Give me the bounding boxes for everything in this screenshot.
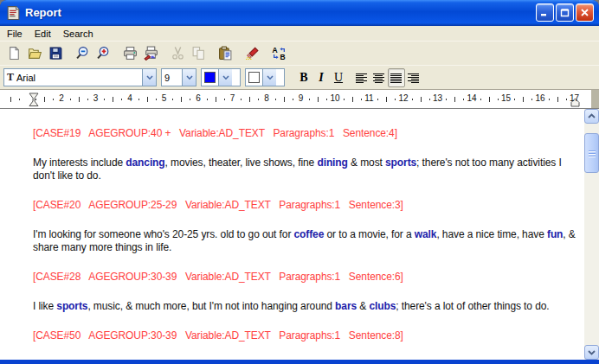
open-file-button[interactable] [24,43,45,64]
maximize-button[interactable] [556,3,574,22]
zoom-in-button[interactable] [93,43,113,64]
truetype-icon: T [4,71,14,84]
menu-item-file[interactable]: File [1,28,29,40]
font-color-combo[interactable] [201,68,241,86]
ruler-number: 11 [364,93,373,103]
indent-marker[interactable] [29,93,39,108]
ruler-tick [241,99,242,100]
font-family-combo[interactable]: T Arial [3,68,157,86]
ruler-tick [514,99,515,100]
ruler-number: 17 [570,93,579,103]
scroll-down-button[interactable] [584,345,599,360]
underline-button[interactable]: U [330,68,347,87]
open-file-icon [28,46,42,61]
align-justify-button[interactable] [388,68,405,87]
ruler-tick [113,97,113,102]
font-color-swatch [204,72,216,83]
svg-text:A: A [272,46,277,54]
ruler-tick [446,99,447,100]
title-bar[interactable]: Report [0,0,599,26]
align-right-icon [408,73,420,83]
ruler-tick [293,99,293,100]
highlight-icon [245,46,260,61]
ruler-tick [224,99,225,100]
document-area[interactable]: [CASE#19 AGEGROUP:40 + Variable:AD_TEXT … [0,109,584,360]
zoom-out-button[interactable] [72,43,93,64]
ruler-number: 4 [127,93,132,103]
ruler-tick [172,99,173,100]
font-family-dropdown-button[interactable] [142,69,156,86]
ruler-tick [326,99,327,100]
menu-bar: FileEditSearch [0,26,599,41]
background-color-swatch [248,72,260,83]
scrollbar-thumb[interactable] [584,133,599,173]
save-button[interactable] [45,43,66,64]
background-color-dropdown-button[interactable] [262,69,276,86]
print-report-button[interactable] [140,43,161,64]
ruler-number: 6 [196,93,201,103]
print-button[interactable] [119,43,140,64]
minimize-button[interactable] [536,3,554,22]
case-header: [CASE#20 AGEGROUP:25-29 Variable:AD_TEXT… [33,199,577,212]
ruler-number: 13 [433,93,442,103]
ruler-tick [498,99,499,100]
svg-text:B: B [280,53,285,61]
ruler-number: 3 [93,93,99,103]
ruler-tick [454,97,455,102]
zoom-out-icon [75,46,90,61]
ruler-tick [104,99,105,100]
zoom-in-icon [96,46,111,61]
paste-icon [218,46,233,61]
close-button[interactable] [576,3,594,22]
window-title: Report [25,6,536,19]
paste-button[interactable] [215,43,235,64]
ruler-number: 12 [398,93,408,103]
replace-icon: AB [272,46,287,61]
body-text: , have a nice time, have [436,228,547,240]
report-window: Report FileEditSearch AB T Arial 9 [0,0,599,364]
align-left-button[interactable] [353,68,370,87]
ruler-tick [489,97,490,102]
ruler-tick [138,99,139,100]
chevron-down-icon [588,349,596,355]
font-size-combo[interactable]: 9 [161,68,196,86]
menu-item-search[interactable]: Search [57,28,100,40]
body-text: & [357,300,369,312]
ruler-tick [463,99,464,100]
ruler-tick [53,99,54,100]
chevron-down-icon [186,75,193,80]
new-document-button[interactable] [3,43,24,64]
main-toolbar: AB [0,41,599,65]
font-color-dropdown-button[interactable] [218,69,232,86]
ruler-tick [318,97,319,102]
font-size-dropdown-button[interactable] [182,69,196,86]
scroll-up-button[interactable] [584,109,599,124]
ruler-number: 15 [501,93,511,103]
vertical-scrollbar[interactable] [584,109,599,360]
menu-item-edit[interactable]: Edit [29,28,57,40]
replace-button[interactable]: AB [268,43,289,64]
ruler-tick [566,99,567,100]
scrollbar-track[interactable] [584,124,599,345]
italic-button[interactable]: I [312,68,330,87]
keyword: clubs [369,300,396,312]
cut-icon [171,46,185,61]
case-paragraph: I'm looking for someone who's 20-25 yrs.… [33,228,577,254]
ruler-tick [10,97,11,102]
ruler-number: 8 [264,93,269,103]
case-header: [CASE#28 AGEGROUP:30-39 Variable:AD_TEXT… [33,271,577,284]
highlight-button[interactable] [242,43,262,64]
ruler-tick [190,99,190,100]
ruler-number: 5 [162,93,167,103]
align-right-button[interactable] [405,68,422,87]
body-text: I like [33,300,56,312]
keyword: bars [335,300,357,312]
font-size-value: 9 [162,73,182,83]
body-text: or to a movie, for a [324,228,415,240]
bold-button[interactable]: B [295,68,312,87]
chevron-down-icon [222,75,229,80]
background-color-combo[interactable] [245,68,285,86]
report-app-icon [6,5,21,20]
align-center-button[interactable] [370,68,388,87]
ruler-tick [156,99,157,100]
